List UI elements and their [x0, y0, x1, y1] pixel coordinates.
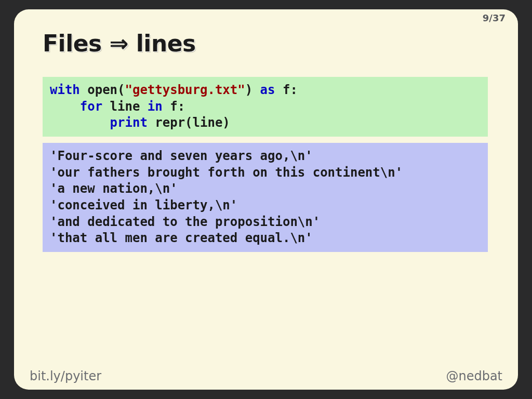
code-token: line [110, 99, 148, 114]
slide: 9/37 Files ⇒ lines with open("gettysburg… [14, 9, 518, 390]
code-token: as [260, 83, 283, 97]
page-counter: 9/37 [483, 12, 506, 23]
footer-link: bit.ly/pyiter [30, 369, 101, 383]
code-token: with [50, 83, 87, 97]
code-token [50, 115, 110, 130]
footer-handle: @nedbat [446, 369, 502, 383]
code-token: open( [87, 83, 125, 97]
code-token: in [148, 99, 170, 114]
code-token: print [110, 115, 155, 130]
code-token: f: [170, 99, 185, 114]
code-output-block: 'Four-score and seven years ago,\n' 'our… [43, 143, 488, 252]
code-input-block: with open("gettysburg.txt") as f: for li… [43, 77, 488, 137]
code-token: for [80, 99, 110, 114]
code-token: f: [283, 83, 298, 97]
code-token: "gettysburg.txt" [125, 83, 245, 97]
code-token: repr(line) [155, 115, 230, 130]
code-token [50, 99, 80, 114]
code-token: ) [245, 83, 260, 97]
slide-title: Files ⇒ lines [43, 30, 196, 57]
